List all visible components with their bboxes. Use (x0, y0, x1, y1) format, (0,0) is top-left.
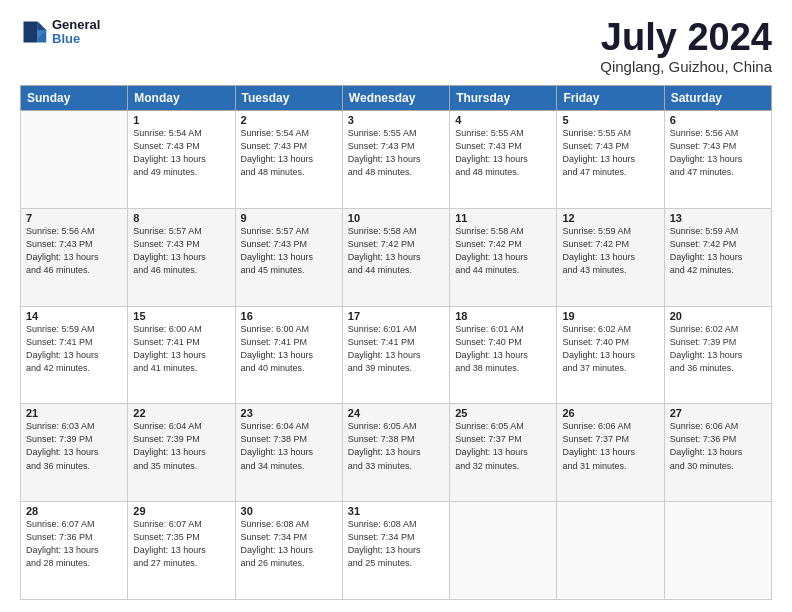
day-number: 12 (562, 212, 658, 224)
calendar-cell: 29Sunrise: 6:07 AM Sunset: 7:35 PM Dayli… (128, 502, 235, 600)
calendar-cell: 4Sunrise: 5:55 AM Sunset: 7:43 PM Daylig… (450, 111, 557, 209)
day-number: 30 (241, 505, 337, 517)
day-number: 19 (562, 310, 658, 322)
calendar-cell: 14Sunrise: 5:59 AM Sunset: 7:41 PM Dayli… (21, 306, 128, 404)
calendar-cell: 28Sunrise: 6:07 AM Sunset: 7:36 PM Dayli… (21, 502, 128, 600)
cell-content: Sunrise: 6:05 AM Sunset: 7:38 PM Dayligh… (348, 420, 444, 472)
svg-rect-2 (24, 22, 38, 43)
header-row: SundayMondayTuesdayWednesdayThursdayFrid… (21, 86, 772, 111)
calendar-cell: 13Sunrise: 5:59 AM Sunset: 7:42 PM Dayli… (664, 208, 771, 306)
cell-content: Sunrise: 5:57 AM Sunset: 7:43 PM Dayligh… (133, 225, 229, 277)
logo-text: General Blue (52, 18, 100, 47)
cell-content: Sunrise: 6:00 AM Sunset: 7:41 PM Dayligh… (133, 323, 229, 375)
calendar-table: SundayMondayTuesdayWednesdayThursdayFrid… (20, 85, 772, 600)
cell-content: Sunrise: 6:03 AM Sunset: 7:39 PM Dayligh… (26, 420, 122, 472)
day-number: 3 (348, 114, 444, 126)
location: Qinglang, Guizhou, China (600, 58, 772, 75)
weekday-header-sunday: Sunday (21, 86, 128, 111)
header: General Blue July 2024 Qinglang, Guizhou… (20, 18, 772, 75)
day-number: 16 (241, 310, 337, 322)
month-title: July 2024 (600, 18, 772, 56)
calendar-cell: 26Sunrise: 6:06 AM Sunset: 7:37 PM Dayli… (557, 404, 664, 502)
day-number: 9 (241, 212, 337, 224)
day-number: 25 (455, 407, 551, 419)
svg-marker-1 (38, 22, 47, 31)
day-number: 27 (670, 407, 766, 419)
calendar-cell: 9Sunrise: 5:57 AM Sunset: 7:43 PM Daylig… (235, 208, 342, 306)
logo-line1: General (52, 18, 100, 32)
calendar-cell: 1Sunrise: 5:54 AM Sunset: 7:43 PM Daylig… (128, 111, 235, 209)
day-number: 8 (133, 212, 229, 224)
day-number: 14 (26, 310, 122, 322)
cell-content: Sunrise: 5:58 AM Sunset: 7:42 PM Dayligh… (348, 225, 444, 277)
calendar-cell: 6Sunrise: 5:56 AM Sunset: 7:43 PM Daylig… (664, 111, 771, 209)
day-number: 29 (133, 505, 229, 517)
calendar-cell: 19Sunrise: 6:02 AM Sunset: 7:40 PM Dayli… (557, 306, 664, 404)
calendar-cell: 11Sunrise: 5:58 AM Sunset: 7:42 PM Dayli… (450, 208, 557, 306)
day-number: 20 (670, 310, 766, 322)
cell-content: Sunrise: 5:59 AM Sunset: 7:42 PM Dayligh… (670, 225, 766, 277)
week-row-4: 21Sunrise: 6:03 AM Sunset: 7:39 PM Dayli… (21, 404, 772, 502)
weekday-header-saturday: Saturday (664, 86, 771, 111)
cell-content: Sunrise: 6:01 AM Sunset: 7:40 PM Dayligh… (455, 323, 551, 375)
cell-content: Sunrise: 5:59 AM Sunset: 7:42 PM Dayligh… (562, 225, 658, 277)
day-number: 22 (133, 407, 229, 419)
calendar-cell (21, 111, 128, 209)
calendar-page: General Blue July 2024 Qinglang, Guizhou… (0, 0, 792, 612)
cell-content: Sunrise: 6:00 AM Sunset: 7:41 PM Dayligh… (241, 323, 337, 375)
day-number: 7 (26, 212, 122, 224)
day-number: 31 (348, 505, 444, 517)
calendar-cell: 8Sunrise: 5:57 AM Sunset: 7:43 PM Daylig… (128, 208, 235, 306)
week-row-1: 1Sunrise: 5:54 AM Sunset: 7:43 PM Daylig… (21, 111, 772, 209)
cell-content: Sunrise: 5:58 AM Sunset: 7:42 PM Dayligh… (455, 225, 551, 277)
cell-content: Sunrise: 5:54 AM Sunset: 7:43 PM Dayligh… (133, 127, 229, 179)
calendar-cell: 27Sunrise: 6:06 AM Sunset: 7:36 PM Dayli… (664, 404, 771, 502)
calendar-cell: 31Sunrise: 6:08 AM Sunset: 7:34 PM Dayli… (342, 502, 449, 600)
cell-content: Sunrise: 5:55 AM Sunset: 7:43 PM Dayligh… (455, 127, 551, 179)
cell-content: Sunrise: 6:02 AM Sunset: 7:40 PM Dayligh… (562, 323, 658, 375)
day-number: 15 (133, 310, 229, 322)
logo-icon (20, 18, 48, 46)
day-number: 11 (455, 212, 551, 224)
logo: General Blue (20, 18, 100, 47)
cell-content: Sunrise: 5:59 AM Sunset: 7:41 PM Dayligh… (26, 323, 122, 375)
calendar-cell: 5Sunrise: 5:55 AM Sunset: 7:43 PM Daylig… (557, 111, 664, 209)
day-number: 6 (670, 114, 766, 126)
calendar-cell: 23Sunrise: 6:04 AM Sunset: 7:38 PM Dayli… (235, 404, 342, 502)
day-number: 4 (455, 114, 551, 126)
day-number: 21 (26, 407, 122, 419)
cell-content: Sunrise: 6:05 AM Sunset: 7:37 PM Dayligh… (455, 420, 551, 472)
calendar-cell: 16Sunrise: 6:00 AM Sunset: 7:41 PM Dayli… (235, 306, 342, 404)
calendar-cell: 2Sunrise: 5:54 AM Sunset: 7:43 PM Daylig… (235, 111, 342, 209)
calendar-cell: 22Sunrise: 6:04 AM Sunset: 7:39 PM Dayli… (128, 404, 235, 502)
day-number: 1 (133, 114, 229, 126)
cell-content: Sunrise: 6:04 AM Sunset: 7:39 PM Dayligh… (133, 420, 229, 472)
week-row-3: 14Sunrise: 5:59 AM Sunset: 7:41 PM Dayli… (21, 306, 772, 404)
cell-content: Sunrise: 6:06 AM Sunset: 7:37 PM Dayligh… (562, 420, 658, 472)
cell-content: Sunrise: 6:08 AM Sunset: 7:34 PM Dayligh… (241, 518, 337, 570)
cell-content: Sunrise: 6:02 AM Sunset: 7:39 PM Dayligh… (670, 323, 766, 375)
cell-content: Sunrise: 6:06 AM Sunset: 7:36 PM Dayligh… (670, 420, 766, 472)
cell-content: Sunrise: 6:04 AM Sunset: 7:38 PM Dayligh… (241, 420, 337, 472)
day-number: 23 (241, 407, 337, 419)
title-section: July 2024 Qinglang, Guizhou, China (600, 18, 772, 75)
cell-content: Sunrise: 6:01 AM Sunset: 7:41 PM Dayligh… (348, 323, 444, 375)
day-number: 24 (348, 407, 444, 419)
logo-line2: Blue (52, 32, 100, 46)
calendar-cell: 10Sunrise: 5:58 AM Sunset: 7:42 PM Dayli… (342, 208, 449, 306)
cell-content: Sunrise: 5:57 AM Sunset: 7:43 PM Dayligh… (241, 225, 337, 277)
calendar-cell: 25Sunrise: 6:05 AM Sunset: 7:37 PM Dayli… (450, 404, 557, 502)
calendar-cell: 21Sunrise: 6:03 AM Sunset: 7:39 PM Dayli… (21, 404, 128, 502)
day-number: 17 (348, 310, 444, 322)
calendar-cell: 15Sunrise: 6:00 AM Sunset: 7:41 PM Dayli… (128, 306, 235, 404)
calendar-cell: 30Sunrise: 6:08 AM Sunset: 7:34 PM Dayli… (235, 502, 342, 600)
weekday-header-tuesday: Tuesday (235, 86, 342, 111)
week-row-5: 28Sunrise: 6:07 AM Sunset: 7:36 PM Dayli… (21, 502, 772, 600)
calendar-cell: 17Sunrise: 6:01 AM Sunset: 7:41 PM Dayli… (342, 306, 449, 404)
cell-content: Sunrise: 5:56 AM Sunset: 7:43 PM Dayligh… (26, 225, 122, 277)
weekday-header-thursday: Thursday (450, 86, 557, 111)
calendar-cell: 24Sunrise: 6:05 AM Sunset: 7:38 PM Dayli… (342, 404, 449, 502)
calendar-cell (557, 502, 664, 600)
day-number: 18 (455, 310, 551, 322)
weekday-header-friday: Friday (557, 86, 664, 111)
